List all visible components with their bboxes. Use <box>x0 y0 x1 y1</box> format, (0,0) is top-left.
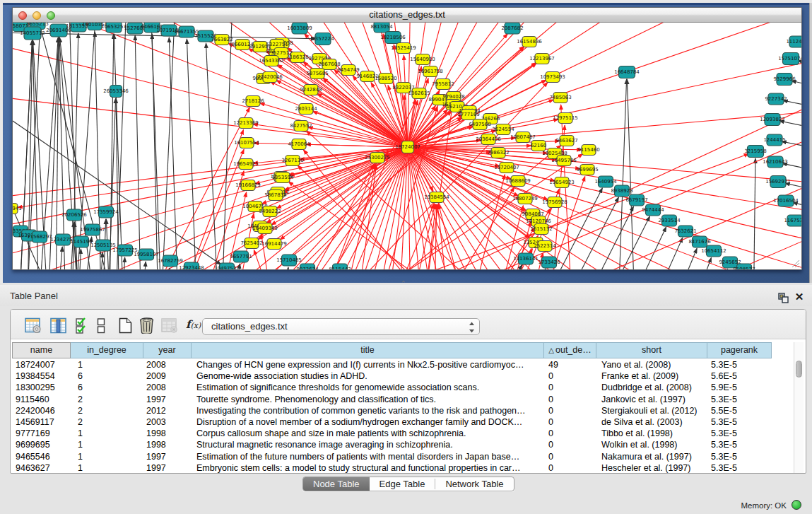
graph-node[interactable]: 6679197 <box>625 194 647 206</box>
graph-node[interactable]: 5335941 <box>13 204 22 214</box>
graph-node[interactable]: 10807487 <box>510 132 536 143</box>
column-header-short[interactable]: short <box>596 342 707 358</box>
table-select-dropdown[interactable]: citations_edges.txt <box>202 318 480 335</box>
graph-node[interactable]: 19654923 <box>549 177 575 188</box>
graph-node[interactable]: 7986322 <box>487 148 509 158</box>
citation-edge-red[interactable] <box>408 147 801 269</box>
table-row[interactable]: 969969511998Structural magnetic resonanc… <box>12 439 794 450</box>
citation-edge-black[interactable] <box>169 37 184 269</box>
network-canvas[interactable]: 8580711965521314055712206914061813353419… <box>13 23 801 269</box>
select-all-rows-icon[interactable] <box>76 317 90 334</box>
graph-node[interactable]: 14136141 <box>513 253 539 264</box>
citation-edge-black[interactable] <box>187 39 206 269</box>
memory-status-icon[interactable] <box>792 500 801 510</box>
citation-edge-red[interactable] <box>283 49 408 147</box>
graph-node[interactable]: 9115460 <box>577 145 599 156</box>
citation-edge-red[interactable] <box>128 129 244 269</box>
graph-node[interactable]: 9072634 <box>296 264 319 269</box>
graph-node[interactable]: 3215958 <box>744 146 766 158</box>
graph-node[interactable]: 17016504 <box>773 195 799 206</box>
graph-node[interactable]: 2718126 <box>242 96 264 107</box>
graph-node[interactable]: 7357224 <box>312 33 334 45</box>
citation-edge-black[interactable] <box>149 23 177 269</box>
graph-node[interactable]: 7485063 <box>549 93 571 103</box>
citation-edge-red[interactable] <box>286 147 408 269</box>
citation-edge-black[interactable] <box>782 163 801 177</box>
citation-edge-red[interactable] <box>408 23 782 147</box>
graph-node[interactable]: 12093822 <box>760 114 785 126</box>
column-header-in_degree[interactable]: in_degree <box>71 342 143 358</box>
window-titlebar[interactable]: citations_edges.txt <box>13 8 801 23</box>
graph-node[interactable]: 9227342 <box>765 93 787 105</box>
citation-edge-black[interactable] <box>783 100 801 114</box>
graph-node[interactable]: 1112444 <box>786 36 801 47</box>
graph-node[interactable]: 15710485 <box>276 255 302 266</box>
table-row[interactable]: 946362711997Embryonic stem cells: a mode… <box>12 462 794 474</box>
graph-node[interactable]: 15640910 <box>410 54 435 65</box>
graph-node[interactable]: 1167533 <box>784 215 801 226</box>
graph-node[interactable]: 62160 <box>531 141 546 151</box>
graph-node[interactable]: 19166829 <box>235 180 261 191</box>
graph-node[interactable]: 9699695 <box>576 165 598 175</box>
table-row[interactable]: 2242004622012Investigating the contribut… <box>12 405 794 416</box>
table-row[interactable]: 946554611997Estimation of the future num… <box>12 451 794 462</box>
citation-edge-black[interactable] <box>610 79 627 269</box>
graph-node[interactable]: 26053346 <box>103 86 129 98</box>
scrollbar-thumb[interactable] <box>796 361 802 378</box>
column-header-year[interactable]: year <box>143 342 192 358</box>
graph-node[interactable]: 9463627 <box>555 136 577 146</box>
graph-node[interactable]: 12213967 <box>529 54 555 64</box>
graph-node[interactable]: 9657791 <box>230 251 252 262</box>
graph-node[interactable]: 12213369 <box>233 118 259 129</box>
rows-icon[interactable] <box>97 317 105 334</box>
import-table-icon[interactable] <box>161 317 178 334</box>
tab-node-table[interactable]: Node Table <box>303 477 370 491</box>
citation-edge-black[interactable] <box>792 81 801 94</box>
column-header-name[interactable]: name <box>12 342 71 358</box>
graph-node[interactable]: 1244415 <box>763 134 785 146</box>
graph-node[interactable]: 16210643 <box>763 156 788 168</box>
graph-node[interactable]: 3267130 <box>281 156 303 166</box>
graph-node[interactable]: 15751074 <box>778 53 801 65</box>
table-row[interactable]: 1456911722003Disruption of a novel membe… <box>12 416 794 428</box>
delete-table-icon[interactable] <box>139 317 155 334</box>
graph-node[interactable]: 10688609 <box>505 176 531 187</box>
table-vertical-scrollbar[interactable] <box>794 342 804 473</box>
graph-node[interactable]: 15692971 <box>765 176 791 188</box>
citation-edge-black[interactable] <box>135 35 146 269</box>
graph-node[interactable]: 19384554 <box>424 192 449 203</box>
graph-node[interactable]: 16154836 <box>517 37 542 47</box>
citation-edge-black[interactable] <box>107 34 114 269</box>
column-header-out_de[interactable]: △out_de… <box>544 342 596 358</box>
table-row[interactable]: 977716911998Corpus callosum shape and si… <box>12 428 794 439</box>
column-header-pagerank[interactable]: pagerank <box>707 342 772 358</box>
function-builder-icon[interactable]: f(x) <box>186 318 201 331</box>
citation-edge-black[interactable] <box>152 34 163 269</box>
graph-node[interactable]: 19218506 <box>380 32 406 44</box>
graph-node[interactable]: 2087682 <box>501 23 523 34</box>
table-row[interactable]: 1938455462009Genome-wide association stu… <box>12 370 794 382</box>
table-row[interactable]: 1872400712008Changes of HCN gene express… <box>12 359 794 370</box>
graph-node[interactable]: 17359924 <box>93 206 119 218</box>
column-visibility-icon[interactable] <box>50 317 67 334</box>
citation-edge-black[interactable] <box>213 23 234 269</box>
graph-node[interactable]: 9329966 <box>773 74 796 86</box>
table-row[interactable]: 911546021997Tourette syndrome. Phenomeno… <box>12 394 794 405</box>
tab-network-table[interactable]: Network Table <box>435 477 513 491</box>
citation-edge-black[interactable] <box>107 23 128 269</box>
close-panel-icon[interactable]: ✕ <box>794 291 805 303</box>
citation-edge-black[interactable] <box>779 121 801 135</box>
graph-node[interactable]: 12975115 <box>553 113 578 124</box>
citation-edge-black[interactable] <box>601 248 697 269</box>
citation-edge-black[interactable] <box>627 79 642 269</box>
graph-node[interactable]: 4170064 <box>288 139 310 150</box>
tab-edge-table[interactable]: Edge Table <box>370 477 435 491</box>
graph-node[interactable]: 7625402 <box>240 238 262 249</box>
column-header-title[interactable]: title <box>192 342 544 358</box>
table-row[interactable]: 1830029562008Estimation of significance … <box>12 382 794 393</box>
graph-node[interactable]: 1640954 <box>594 176 617 187</box>
new-document-icon[interactable] <box>118 317 133 334</box>
window-resize-grip[interactable] <box>790 258 800 268</box>
citation-edge-black[interactable] <box>644 269 728 269</box>
graph-node[interactable]: 10497531 <box>214 263 240 269</box>
